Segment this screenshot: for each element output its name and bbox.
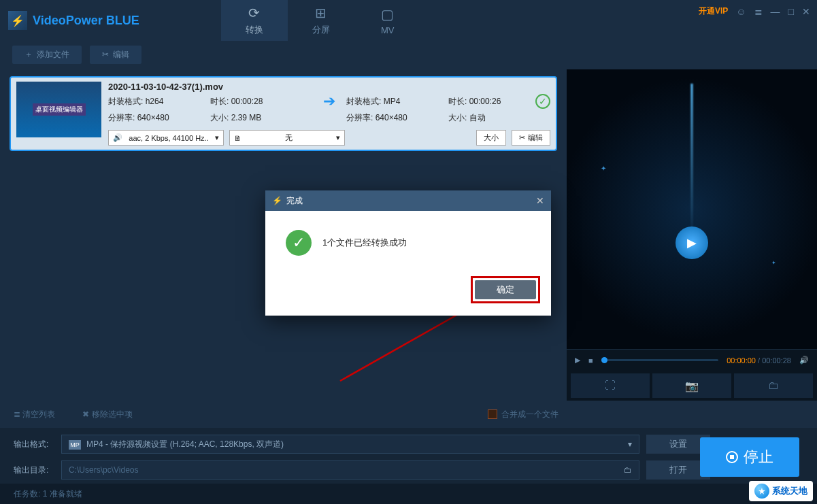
status-left: 任务数: 1 准备就绪 [14, 488, 82, 500]
tab-mv[interactable]: ▢ MV [354, 0, 421, 41]
vip-link[interactable]: 开通VIP [699, 5, 728, 17]
dialog-footer: 确定 [265, 269, 551, 316]
tab-convert[interactable]: ⟳ 转换 [221, 0, 288, 41]
dst-size: 大小: 自动 [448, 112, 530, 124]
size-button[interactable]: 大小 [476, 130, 506, 146]
output-format-row: 输出格式: MPMP4 - 保持源视频设置 (H.264; AAC, 128Kb… [14, 435, 803, 454]
browse-icon[interactable]: 🗀 [624, 465, 632, 475]
edit-clip-button[interactable]: ✂编辑 [512, 130, 550, 146]
dialog-body: ✓ 1个文件已经转换成功 [265, 211, 551, 269]
dialog-titlebar[interactable]: ⚡ 完成 ✕ [265, 190, 551, 211]
app-title: VideoPower BLUE [33, 14, 139, 28]
meta-row-2: 分辨率: 640×480 大小: 2.39 MB 分辨率: 640×480 大小… [108, 111, 550, 124]
main-tabs: ⟳ 转换 ⊞ 分屏 ▢ MV [221, 0, 421, 41]
ok-button[interactable]: 确定 [475, 280, 536, 299]
dst-res: 分辨率: 640×480 [346, 112, 448, 124]
clear-list-label: 清空列表 [22, 409, 55, 419]
menu-icon[interactable]: ≣ [754, 6, 763, 17]
audio-value: aac, 2 Kbps, 44100 Hz.. [129, 134, 208, 142]
edit-clip-label: 编辑 [528, 133, 543, 143]
edit-button[interactable]: ✂编辑 [90, 46, 141, 64]
volume-icon[interactable]: 🔊 [799, 356, 809, 365]
output-dir-label: 输出目录: [14, 465, 54, 476]
player-bar: ▶ ■ 00:00:00 / 00:00:28 🔊 [567, 349, 817, 371]
status-bar: 任务数: 1 准备就绪 转换完 [0, 484, 817, 504]
refresh-icon: ⟳ [248, 5, 260, 21]
output-dir-value: C:\Users\pc\Videos [69, 465, 139, 475]
checkbox-box [488, 409, 497, 419]
audio-dropdown[interactable]: 🔊aac, 2 Kbps, 44100 Hz..▾ [108, 130, 224, 146]
globe-icon: ★ [754, 484, 769, 499]
play-icon[interactable]: ▶ [575, 356, 580, 365]
maximize-icon[interactable]: □ [788, 6, 794, 17]
card-controls: 🔊aac, 2 Kbps, 44100 Hz..▾ 🗎无▾ 大小 ✂编辑 [108, 130, 550, 146]
remove-selected[interactable]: ✖ 移除选中项 [82, 409, 132, 420]
mp4-badge: MP [69, 440, 81, 450]
progress-bar[interactable] [601, 359, 719, 361]
file-card[interactable]: 桌面视频编辑器 2020-11-03-10-42-37(1).mov 封装格式:… [10, 76, 557, 151]
dialog-message: 1个文件已经转换成功 [322, 237, 407, 249]
output-format-value: MP4 - 保持源视频设置 (H.264; AAC, 128Kbps, 双声道) [86, 439, 284, 449]
time-current: 00:00:00 [727, 356, 756, 365]
titlebar: ⚡ VideoPower BLUE ⟳ 转换 ⊞ 分屏 ▢ MV 开通VIP ☺… [0, 0, 817, 41]
merge-label: 合并成一个文件 [501, 409, 558, 420]
stop-label: 停止 [744, 447, 773, 467]
edit-label: 编辑 [113, 49, 129, 61]
thumbnail[interactable]: 桌面视频编辑器 [16, 82, 101, 137]
logo-area: ⚡ VideoPower BLUE [8, 11, 139, 30]
scissors-icon: ✂ [519, 133, 525, 142]
snapshot-icon[interactable]: 📷 [652, 373, 731, 398]
arrow-right-icon: ➔ [312, 93, 346, 110]
preview-panel: ▶ ▶ ■ 00:00:00 / 00:00:28 🔊 ⛶ 📷 🗀 [567, 69, 817, 401]
close-icon[interactable]: ✕ [802, 6, 810, 17]
crop-icon[interactable]: ⛶ [571, 373, 650, 398]
subtitle-icon: 🗎 [234, 134, 241, 142]
output-dir-row: 输出目录: C:\Users\pc\Videos 🗀 打开 [14, 460, 803, 480]
app-window: ⚡ VideoPower BLUE ⟳ 转换 ⊞ 分屏 ▢ MV 开通VIP ☺… [0, 0, 817, 504]
minimize-icon[interactable]: — [771, 6, 780, 17]
dst-container: 封装格式: MP4 [346, 96, 448, 107]
time-total: 00:00:28 [762, 356, 791, 365]
clear-list[interactable]: ≣ 清空列表 [14, 409, 55, 420]
play-orb-icon: ▶ [676, 226, 708, 259]
grid-icon: ⊞ [315, 5, 327, 21]
plus-icon: ＋ [24, 49, 33, 61]
output-format-dropdown[interactable]: MPMP4 - 保持源视频设置 (H.264; AAC, 128Kbps, 双声… [61, 435, 639, 454]
bolt-icon: ⚡ [272, 196, 282, 205]
chevron-down-icon: ▾ [336, 133, 340, 142]
add-file-label: 添加文件 [37, 49, 69, 61]
dialog-title: 完成 [286, 195, 303, 207]
bottom-panel: 输出格式: MPMP4 - 保持源视频设置 (H.264; AAC, 128Kb… [0, 428, 817, 504]
subtitle-dropdown[interactable]: 🗎无▾ [229, 130, 345, 146]
output-dir-field[interactable]: C:\Users\pc\Videos 🗀 [61, 460, 639, 480]
output-format-label: 输出格式: [14, 439, 54, 450]
tab-split[interactable]: ⊞ 分屏 [288, 0, 354, 41]
app-logo-icon: ⚡ [8, 11, 27, 30]
dst-duration: 时长: 00:00:26 [448, 96, 530, 107]
tv-icon: ▢ [381, 6, 394, 22]
speaker-icon: 🔊 [113, 133, 122, 142]
stop-square-icon[interactable]: ■ [588, 356, 593, 365]
user-icon[interactable]: ☺ [736, 6, 746, 17]
folder-icon[interactable]: 🗀 [734, 373, 813, 398]
subtitle-value: 无 [285, 133, 293, 143]
brand-badge: ★ 系统天地 [749, 481, 813, 501]
merge-checkbox[interactable]: 合并成一个文件 [488, 409, 558, 420]
chevron-down-icon: ▾ [215, 133, 219, 142]
progress-handle[interactable] [601, 357, 607, 363]
window-controls: 开通VIP ☺ ≣ — □ ✕ [699, 5, 810, 17]
stop-button[interactable]: 停止 [700, 437, 799, 477]
tab-split-label: 分屏 [312, 24, 330, 36]
brand-text: 系统天地 [772, 485, 807, 497]
mid-strip: ≣ 清空列表 ✖ 移除选中项 合并成一个文件 [0, 401, 817, 428]
preview-area[interactable]: ▶ [567, 69, 817, 349]
toolbar: ＋添加文件 ✂编辑 [0, 44, 817, 65]
src-duration: 时长: 00:00:28 [210, 96, 312, 107]
add-file-button[interactable]: ＋添加文件 [12, 46, 82, 64]
file-info: 2020-11-03-10-42-37(1).mov 封装格式: h264 时长… [108, 82, 550, 146]
chevron-down-icon: ▾ [628, 439, 632, 449]
dialog-close-icon[interactable]: ✕ [536, 195, 544, 206]
remove-selected-label: 移除选中项 [92, 409, 133, 419]
player-time: 00:00:00 / 00:00:28 [727, 356, 791, 365]
beam-effect [691, 84, 693, 237]
